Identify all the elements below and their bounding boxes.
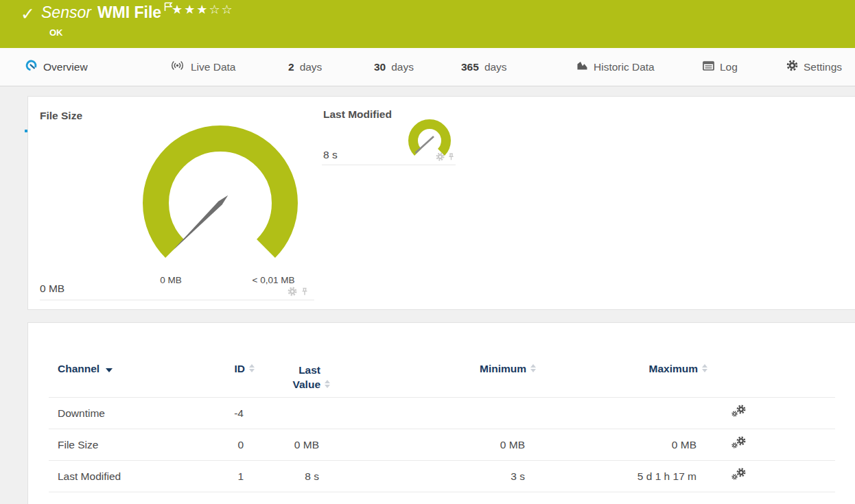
sensor-status-header: ✓ SensorWMI File ★★★☆☆ OK: [0, 0, 855, 48]
channel-id: 0: [220, 439, 255, 451]
tab-2-days-number: 2: [288, 61, 294, 73]
gauge-scale-max: < 0,01 MB: [241, 275, 306, 285]
sort-icon: [530, 364, 536, 372]
tab-bar: Overview Live Data 2 days 30 days 365 da…: [0, 48, 855, 86]
sort-icon: [702, 364, 707, 372]
channel-name: File Size: [49, 439, 220, 451]
channel-last-value: 8 s: [255, 470, 330, 483]
tab-settings-label: Settings: [804, 61, 842, 73]
gauge-gear-icon[interactable]: [288, 287, 297, 296]
tab-live-data-label: Live Data: [191, 61, 235, 73]
channel-settings-gears-icon[interactable]: [731, 405, 747, 420]
tab-settings[interactable]: Settings: [786, 48, 842, 86]
tab-log-label: Log: [720, 61, 738, 73]
tab-live-data[interactable]: Live Data: [169, 48, 235, 86]
channel-settings-gears-icon[interactable]: [731, 436, 747, 451]
channel-last-value: 0 MB: [255, 439, 330, 451]
col-header-last-value[interactable]: Last Value: [255, 363, 330, 392]
channel-minimum: 3 s: [330, 470, 536, 483]
gear-icon: [786, 60, 798, 74]
stars-empty: ☆☆: [209, 3, 233, 16]
channel-name: Downtime: [49, 407, 220, 420]
channel-maximum: 5 d 1 h 17 m: [536, 470, 707, 483]
file-size-gauge: [143, 125, 298, 280]
sensor-name: WMI File: [97, 3, 161, 21]
primary-gauge-value: 0 MB: [40, 283, 65, 295]
gauge-pin-icon[interactable]: [447, 153, 455, 161]
tab-historic-data[interactable]: Historic Data: [576, 48, 655, 86]
channel-maximum: 0 MB: [536, 439, 707, 451]
table-row-last-modified[interactable]: Last Modified 1 8 s 3 s 5 d 1 h 17 m: [49, 460, 835, 492]
gauge-pin-icon[interactable]: [301, 287, 309, 296]
priority-stars[interactable]: ★★★☆☆: [172, 2, 234, 17]
tab-historic-data-label: Historic Data: [594, 61, 655, 73]
tab-30-days[interactable]: 30 days: [374, 48, 414, 86]
log-list-icon: [703, 61, 714, 73]
gauge-scale-min: 0 MB: [143, 275, 198, 285]
gauge-gear-icon[interactable]: [436, 152, 445, 161]
tab-365-days-number: 365: [461, 61, 479, 73]
tab-365-days-unit: days: [484, 61, 507, 73]
sort-icon: [325, 380, 330, 388]
channel-table-header: Channel ID Last Value Minimum Maximum: [49, 363, 835, 397]
tab-2-days-unit: days: [300, 61, 323, 73]
channel-table: Channel ID Last Value Minimum Maximum Do…: [49, 363, 835, 492]
sensor-title: SensorWMI File: [41, 3, 170, 22]
status-badge: OK: [49, 27, 63, 38]
channel-id: 1: [220, 470, 255, 483]
col-header-minimum[interactable]: Minimum: [330, 363, 536, 375]
sensor-overview-page: ✓ SensorWMI File ★★★☆☆ OK Overview Live …: [0, 0, 855, 504]
secondary-gauge-value: 8 s: [323, 149, 338, 161]
table-row-file-size[interactable]: File Size 0 0 MB 0 MB 0 MB: [49, 429, 835, 460]
secondary-gauge-title: Last Modified: [323, 108, 392, 121]
channel-settings-gears-icon[interactable]: [731, 468, 747, 483]
sensor-kind-label: Sensor: [41, 3, 91, 21]
primary-gauge-title: File Size: [40, 110, 82, 122]
channel-table-card: Channel ID Last Value Minimum Maximum Do…: [27, 322, 855, 504]
stars-filled: ★★★: [172, 3, 209, 16]
col-header-maximum[interactable]: Maximum: [536, 363, 707, 375]
tab-30-days-unit: days: [391, 61, 414, 73]
tab-log[interactable]: Log: [703, 48, 738, 86]
sort-icon: [249, 364, 255, 372]
col-header-channel[interactable]: Channel: [49, 363, 220, 375]
sort-caret-down-icon: [106, 368, 113, 372]
tab-2-days[interactable]: 2 days: [288, 48, 322, 86]
divider: [40, 300, 314, 300]
live-data-icon: [169, 60, 185, 74]
tab-overview-label: Overview: [43, 61, 88, 73]
tab-30-days-number: 30: [374, 61, 386, 73]
table-row-downtime[interactable]: Downtime -4: [49, 397, 835, 429]
channel-name: Last Modified: [49, 470, 220, 483]
col-header-id[interactable]: ID: [220, 363, 255, 375]
gauge-icon: [25, 59, 38, 75]
gauges-card: File Size 0 MB < 0,01 MB 0 MB Last Modif…: [27, 96, 855, 310]
tab-365-days[interactable]: 365 days: [461, 48, 507, 86]
channel-minimum: 0 MB: [330, 439, 536, 451]
divider: [322, 165, 456, 165]
area-chart-icon: [576, 60, 588, 73]
status-check-icon: ✓: [21, 4, 35, 24]
tab-overview[interactable]: Overview: [25, 48, 88, 86]
channel-id: -4: [220, 407, 255, 420]
